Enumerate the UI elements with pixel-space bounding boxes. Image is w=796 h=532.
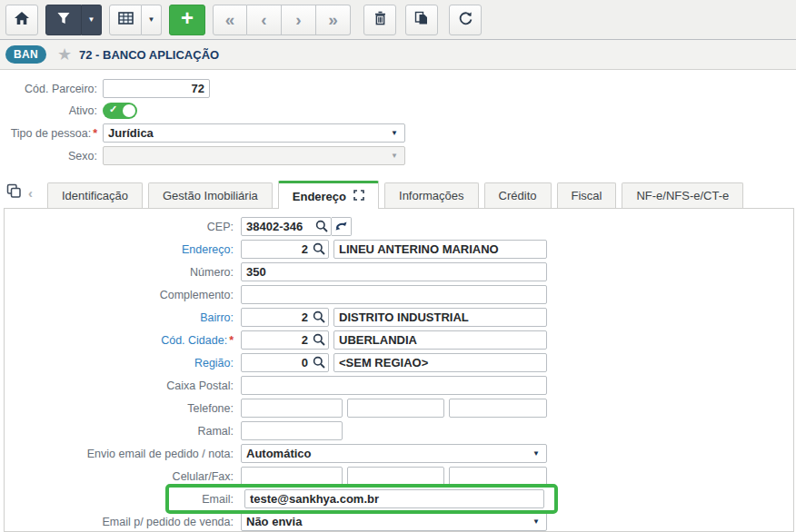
field-row-numero: Número: xyxy=(5,262,793,281)
endereco-desc-input[interactable] xyxy=(333,240,547,259)
record-header: BAN ★ 72 - BANCO APLICAÇÃO xyxy=(0,40,796,70)
endereco-code-input[interactable] xyxy=(241,240,329,259)
numero-input[interactable] xyxy=(241,262,547,281)
telefone-input-3[interactable] xyxy=(449,399,547,418)
entity-badge: BAN xyxy=(5,45,46,64)
regiao-desc-input[interactable] xyxy=(333,353,547,372)
tab-fiscal[interactable]: Fiscal xyxy=(557,182,617,208)
refresh-icon xyxy=(458,11,473,28)
field-row-telefone: Telefone: xyxy=(5,399,793,418)
refresh-button[interactable] xyxy=(449,5,482,35)
complemento-label: Complemento: xyxy=(5,289,241,301)
ramal-label: Ramal: xyxy=(5,425,241,438)
chevron-down-icon: ▼ xyxy=(148,15,155,24)
add-record-button[interactable]: + xyxy=(169,5,205,35)
cod-cidade-label[interactable]: Cód. Cidade:* xyxy=(5,334,241,347)
field-row-ativo: Ativo: ✓ xyxy=(0,102,796,120)
email-pedido-venda-value: Não envia xyxy=(246,515,302,528)
next-icon: › xyxy=(291,11,305,28)
nav-next-button[interactable]: › xyxy=(282,5,316,35)
celular-fax-input-3[interactable] xyxy=(449,467,547,486)
nav-first-button[interactable]: « xyxy=(213,5,247,35)
check-icon: ✓ xyxy=(109,103,117,115)
chevron-down-icon: ▼ xyxy=(532,517,540,526)
home-button[interactable] xyxy=(5,5,38,35)
nav-last-button[interactable]: » xyxy=(316,5,351,35)
sexo-select[interactable]: ▼ xyxy=(103,146,405,165)
telefone-input-1[interactable] xyxy=(241,399,343,418)
field-row-envio-email: Envio email de pedido / nota: Automático… xyxy=(5,444,793,463)
record-title: 72 - BANCO APLICAÇÃO xyxy=(79,48,219,62)
clone-button[interactable] xyxy=(405,5,438,35)
chevron-down-icon: ▼ xyxy=(532,449,540,458)
email-pedido-venda-select[interactable]: Não envia ▼ xyxy=(241,512,547,531)
favorite-star-icon[interactable]: ★ xyxy=(57,44,72,64)
filter-menu-button[interactable]: ▼ xyxy=(82,5,102,35)
ramal-input[interactable] xyxy=(241,421,343,440)
expand-icon[interactable] xyxy=(353,190,364,203)
plus-icon: + xyxy=(181,7,194,29)
cep-label: CEP: xyxy=(5,221,241,233)
address-form: CEP: Endereço: xyxy=(4,208,794,532)
tab-nfe[interactable]: NF-e/NFS-e/CT-e xyxy=(622,182,743,208)
cod-cidade-code-input[interactable] xyxy=(241,330,329,350)
field-row-cod-cidade: Cód. Cidade:* xyxy=(5,330,793,350)
field-row-complemento: Complemento: xyxy=(5,285,793,304)
delete-button[interactable] xyxy=(363,5,396,35)
tipo-pessoa-select[interactable]: Jurídica ▼ xyxy=(103,123,405,143)
tab-gestao-imobiliaria[interactable]: Gestão Imobiliária xyxy=(148,182,273,208)
bairro-desc-input[interactable] xyxy=(333,308,547,327)
regiao-code-input[interactable] xyxy=(241,353,329,372)
chevron-down-icon: ▼ xyxy=(88,15,95,24)
grid-view-menu-button[interactable]: ▼ xyxy=(142,5,162,35)
bairro-label[interactable]: Bairro: xyxy=(5,311,241,324)
celular-fax-label: Celular/Fax: xyxy=(5,470,241,483)
caixa-postal-input[interactable] xyxy=(241,376,547,395)
envio-email-select[interactable]: Automático ▼ xyxy=(241,444,547,463)
envio-email-label: Envio email de pedido / nota: xyxy=(5,448,241,460)
field-row-sexo: Sexo: ▼ xyxy=(0,146,796,165)
tab-credito[interactable]: Crédito xyxy=(484,182,552,208)
cod-parceiro-input[interactable] xyxy=(103,79,210,98)
telefone-input-2[interactable] xyxy=(347,399,444,418)
funnel-icon xyxy=(56,12,71,27)
sync-arrows-icon xyxy=(334,220,348,234)
email-input[interactable] xyxy=(244,489,544,508)
last-icon: » xyxy=(323,11,343,28)
tab-endereco[interactable]: Endereço xyxy=(278,181,379,209)
email-label: Email: xyxy=(5,493,241,506)
complemento-input[interactable] xyxy=(241,285,547,304)
tipo-pessoa-value: Jurídica xyxy=(108,126,154,140)
grid-view-button[interactable] xyxy=(109,5,142,35)
celular-fax-input-2[interactable] xyxy=(347,467,444,486)
cod-cidade-desc-input[interactable] xyxy=(333,330,547,350)
ativo-toggle[interactable]: ✓ xyxy=(103,103,137,119)
bairro-code-input[interactable] xyxy=(241,308,329,327)
field-row-endereco: Endereço: xyxy=(5,240,793,259)
tab-bar: Identificação Gestão Imobiliária Endereç… xyxy=(0,180,796,208)
tipo-pessoa-label: Tipo de pessoa:* xyxy=(0,127,103,140)
field-row-cod-parceiro: Cód. Parceiro: xyxy=(0,79,796,98)
celular-fax-input-1[interactable] xyxy=(241,467,343,486)
filter-button[interactable] xyxy=(45,5,82,35)
identity-form: Cód. Parceiro: Ativo: ✓ Tipo de pessoa:*… xyxy=(0,70,796,165)
chevron-down-icon: ▼ xyxy=(391,129,398,137)
field-row-caixa-postal: Caixa Postal: xyxy=(5,376,793,395)
tab-informacoes[interactable]: Informações xyxy=(384,182,479,208)
field-row-bairro: Bairro: xyxy=(5,308,793,327)
nav-prev-button[interactable]: ‹ xyxy=(247,5,282,35)
scroll-tabs-left-icon[interactable]: ‹ xyxy=(28,185,33,201)
cep-input[interactable] xyxy=(241,217,332,236)
tab-identificacao[interactable]: Identificação xyxy=(47,182,143,208)
field-row-email: Email: xyxy=(5,489,793,508)
numero-label: Número: xyxy=(5,266,241,279)
email-pedido-venda-label: Email p/ pedido de venda: xyxy=(5,516,241,528)
copy-pages-icon[interactable] xyxy=(6,183,22,202)
telefone-label: Telefone: xyxy=(5,402,241,415)
field-row-cep: CEP: xyxy=(5,217,793,236)
cep-fetch-button[interactable] xyxy=(332,217,352,236)
endereco-label[interactable]: Endereço: xyxy=(5,243,241,256)
envio-email-value: Automático xyxy=(246,447,312,460)
regiao-label[interactable]: Região: xyxy=(5,357,241,369)
home-icon xyxy=(14,11,30,28)
